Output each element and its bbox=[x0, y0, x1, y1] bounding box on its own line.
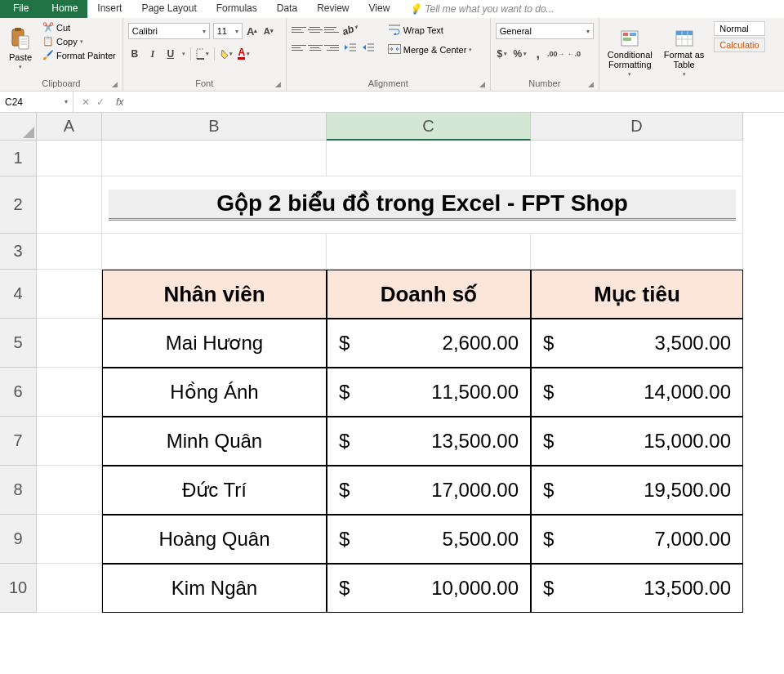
tab-review[interactable]: Review bbox=[307, 0, 359, 18]
align-top-icon[interactable] bbox=[292, 24, 306, 35]
table-cell[interactable]: $14,000.00 bbox=[531, 368, 743, 417]
row-header-10[interactable]: 10 bbox=[0, 564, 37, 613]
table-cell[interactable]: $13,500.00 bbox=[327, 417, 531, 466]
table-header[interactable]: Nhân viên bbox=[102, 270, 327, 319]
italic-button[interactable]: I bbox=[146, 47, 159, 60]
wrap-text-button[interactable]: Wrap Text bbox=[386, 23, 474, 38]
cell-style-calculation[interactable]: Calculatio bbox=[714, 38, 764, 52]
comma-style-button[interactable]: , bbox=[532, 47, 545, 60]
percent-button[interactable]: % bbox=[514, 47, 527, 60]
table-cell[interactable]: $7,000.00 bbox=[531, 515, 743, 564]
decrease-indent-icon[interactable] bbox=[344, 41, 357, 54]
copy-button[interactable]: 📋 Copy ▾ bbox=[41, 35, 118, 47]
align-right-icon[interactable] bbox=[324, 42, 339, 53]
table-cell[interactable]: $15,000.00 bbox=[531, 417, 743, 466]
cell[interactable] bbox=[37, 515, 102, 564]
chevron-down-icon[interactable]: ▾ bbox=[182, 51, 185, 57]
tell-me[interactable]: 💡 Tell me what you want to do... bbox=[399, 0, 564, 18]
tab-insert[interactable]: Insert bbox=[87, 0, 131, 18]
align-bottom-icon[interactable] bbox=[324, 24, 339, 35]
decrease-font-icon[interactable]: A▾ bbox=[262, 25, 275, 38]
number-format-combo[interactable]: General▾ bbox=[496, 23, 594, 39]
conditional-formatting-button[interactable]: Conditional Formatting▾ bbox=[604, 20, 656, 87]
table-cell[interactable]: Đức Trí bbox=[102, 466, 327, 515]
name-box[interactable]: C24▾ bbox=[0, 92, 74, 112]
formula-input[interactable] bbox=[131, 92, 784, 112]
cell[interactable] bbox=[37, 234, 102, 270]
cell-style-normal[interactable]: Normal bbox=[714, 21, 764, 36]
table-cell[interactable]: Kim Ngân bbox=[102, 564, 327, 613]
dialog-launcher-icon[interactable]: ◢ bbox=[479, 80, 485, 88]
row-header-7[interactable]: 7 bbox=[0, 417, 37, 466]
title-cell[interactable]: Gộp 2 biểu đồ trong Excel - FPT Shop bbox=[102, 176, 743, 234]
align-left-icon[interactable] bbox=[292, 42, 306, 53]
cell[interactable] bbox=[37, 466, 102, 515]
table-cell[interactable]: $3,500.00 bbox=[531, 319, 743, 368]
cell[interactable] bbox=[37, 319, 102, 368]
table-header[interactable]: Doanh số bbox=[327, 270, 531, 319]
increase-indent-icon[interactable] bbox=[362, 41, 375, 54]
dialog-launcher-icon[interactable]: ◢ bbox=[588, 80, 594, 88]
table-cell[interactable]: $10,000.00 bbox=[327, 564, 531, 613]
table-cell[interactable]: $19,500.00 bbox=[531, 466, 743, 515]
tab-data[interactable]: Data bbox=[267, 0, 307, 18]
table-cell[interactable]: $11,500.00 bbox=[327, 368, 531, 417]
col-header-d[interactable]: D bbox=[531, 113, 743, 141]
cell[interactable] bbox=[37, 564, 102, 613]
row-header-4[interactable]: 4 bbox=[0, 270, 37, 319]
cell[interactable] bbox=[531, 141, 743, 176]
tab-page-layout[interactable]: Page Layout bbox=[131, 0, 206, 18]
row-header-6[interactable]: 6 bbox=[0, 368, 37, 417]
paste-button[interactable]: Paste ▾ bbox=[5, 20, 36, 77]
align-center-icon[interactable] bbox=[308, 42, 323, 53]
row-header-3[interactable]: 3 bbox=[0, 234, 37, 270]
table-cell[interactable]: $13,500.00 bbox=[531, 564, 743, 613]
row-header-9[interactable]: 9 bbox=[0, 515, 37, 564]
cell[interactable] bbox=[327, 234, 531, 270]
accounting-format-button[interactable]: $ bbox=[496, 47, 509, 60]
font-color-button[interactable]: A bbox=[238, 47, 251, 60]
cell[interactable] bbox=[102, 234, 327, 270]
cell[interactable] bbox=[37, 368, 102, 417]
select-all-corner[interactable] bbox=[0, 113, 37, 141]
cell[interactable] bbox=[102, 141, 327, 176]
format-as-table-button[interactable]: Format as Table▾ bbox=[661, 20, 708, 87]
tab-formulas[interactable]: Formulas bbox=[207, 0, 267, 18]
row-header-2[interactable]: 2 bbox=[0, 176, 37, 234]
table-cell[interactable]: $2,600.00 bbox=[327, 319, 531, 368]
enter-icon[interactable]: ✓ bbox=[96, 96, 105, 108]
increase-decimal-icon[interactable]: .00→ bbox=[550, 47, 563, 60]
row-header-5[interactable]: 5 bbox=[0, 319, 37, 368]
table-cell[interactable]: $5,500.00 bbox=[327, 515, 531, 564]
col-header-c[interactable]: C bbox=[327, 113, 531, 141]
fx-icon[interactable]: fx bbox=[111, 96, 123, 108]
cell[interactable] bbox=[327, 141, 531, 176]
font-size-combo[interactable]: 11▾ bbox=[213, 23, 243, 39]
decrease-decimal-icon[interactable]: ←.0 bbox=[568, 47, 581, 60]
table-cell[interactable]: $17,000.00 bbox=[327, 466, 531, 515]
cancel-icon[interactable]: ✕ bbox=[82, 96, 90, 108]
borders-button[interactable] bbox=[196, 47, 209, 60]
format-painter-button[interactable]: 🖌️ Format Painter bbox=[41, 49, 118, 61]
cell[interactable] bbox=[37, 176, 102, 234]
col-header-a[interactable]: A bbox=[37, 113, 102, 141]
table-cell[interactable]: Mai Hương bbox=[102, 319, 327, 368]
increase-font-icon[interactable]: A▴ bbox=[246, 25, 259, 38]
cell[interactable] bbox=[37, 141, 102, 176]
row-header-1[interactable]: 1 bbox=[0, 141, 37, 176]
tab-file[interactable]: File bbox=[0, 0, 42, 18]
underline-button[interactable]: U bbox=[164, 47, 177, 60]
fill-color-button[interactable] bbox=[220, 47, 233, 60]
dialog-launcher-icon[interactable]: ◢ bbox=[112, 80, 118, 88]
merge-center-button[interactable]: Merge & Center ▾ bbox=[386, 42, 474, 57]
align-middle-icon[interactable] bbox=[308, 24, 323, 35]
cell[interactable] bbox=[531, 234, 743, 270]
orientation-button[interactable]: ab bbox=[341, 21, 359, 38]
bold-button[interactable]: B bbox=[128, 47, 141, 60]
col-header-b[interactable]: B bbox=[102, 113, 327, 141]
table-cell[interactable]: Minh Quân bbox=[102, 417, 327, 466]
row-header-8[interactable]: 8 bbox=[0, 466, 37, 515]
cell[interactable] bbox=[37, 417, 102, 466]
cell[interactable] bbox=[37, 270, 102, 319]
dialog-launcher-icon[interactable]: ◢ bbox=[275, 80, 281, 88]
